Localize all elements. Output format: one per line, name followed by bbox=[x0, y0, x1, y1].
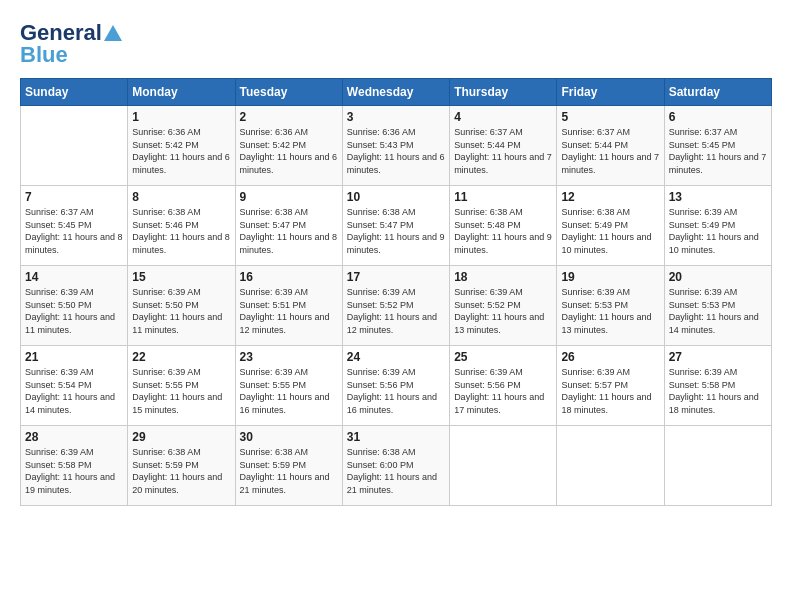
day-info: Sunrise: 6:39 AMSunset: 5:54 PMDaylight:… bbox=[25, 366, 123, 416]
svg-marker-0 bbox=[104, 25, 122, 41]
day-number: 17 bbox=[347, 270, 445, 284]
calendar-week-3: 14Sunrise: 6:39 AMSunset: 5:50 PMDayligh… bbox=[21, 266, 772, 346]
day-number: 22 bbox=[132, 350, 230, 364]
calendar-week-4: 21Sunrise: 6:39 AMSunset: 5:54 PMDayligh… bbox=[21, 346, 772, 426]
day-info: Sunrise: 6:39 AMSunset: 5:51 PMDaylight:… bbox=[240, 286, 338, 336]
day-info: Sunrise: 6:36 AMSunset: 5:42 PMDaylight:… bbox=[240, 126, 338, 176]
day-info: Sunrise: 6:39 AMSunset: 5:55 PMDaylight:… bbox=[240, 366, 338, 416]
day-info: Sunrise: 6:39 AMSunset: 5:49 PMDaylight:… bbox=[669, 206, 767, 256]
day-number: 19 bbox=[561, 270, 659, 284]
day-info: Sunrise: 6:39 AMSunset: 5:53 PMDaylight:… bbox=[561, 286, 659, 336]
calendar-cell: 21Sunrise: 6:39 AMSunset: 5:54 PMDayligh… bbox=[21, 346, 128, 426]
day-number: 11 bbox=[454, 190, 552, 204]
header-day-friday: Friday bbox=[557, 79, 664, 106]
calendar-header-row: SundayMondayTuesdayWednesdayThursdayFrid… bbox=[21, 79, 772, 106]
day-number: 30 bbox=[240, 430, 338, 444]
logo-blue: Blue bbox=[20, 42, 68, 68]
day-info: Sunrise: 6:39 AMSunset: 5:58 PMDaylight:… bbox=[25, 446, 123, 496]
calendar-cell bbox=[557, 426, 664, 506]
day-info: Sunrise: 6:38 AMSunset: 5:47 PMDaylight:… bbox=[347, 206, 445, 256]
day-info: Sunrise: 6:38 AMSunset: 5:47 PMDaylight:… bbox=[240, 206, 338, 256]
day-number: 29 bbox=[132, 430, 230, 444]
header-day-thursday: Thursday bbox=[450, 79, 557, 106]
day-info: Sunrise: 6:38 AMSunset: 5:59 PMDaylight:… bbox=[132, 446, 230, 496]
day-number: 15 bbox=[132, 270, 230, 284]
day-number: 24 bbox=[347, 350, 445, 364]
day-number: 10 bbox=[347, 190, 445, 204]
day-number: 14 bbox=[25, 270, 123, 284]
day-number: 23 bbox=[240, 350, 338, 364]
day-info: Sunrise: 6:39 AMSunset: 5:52 PMDaylight:… bbox=[347, 286, 445, 336]
calendar-cell: 31Sunrise: 6:38 AMSunset: 6:00 PMDayligh… bbox=[342, 426, 449, 506]
calendar-cell: 17Sunrise: 6:39 AMSunset: 5:52 PMDayligh… bbox=[342, 266, 449, 346]
calendar-cell: 22Sunrise: 6:39 AMSunset: 5:55 PMDayligh… bbox=[128, 346, 235, 426]
day-number: 4 bbox=[454, 110, 552, 124]
day-number: 1 bbox=[132, 110, 230, 124]
calendar-cell: 24Sunrise: 6:39 AMSunset: 5:56 PMDayligh… bbox=[342, 346, 449, 426]
calendar-week-2: 7Sunrise: 6:37 AMSunset: 5:45 PMDaylight… bbox=[21, 186, 772, 266]
page: General Blue SundayMondayTuesdayWednesda… bbox=[0, 0, 792, 516]
day-info: Sunrise: 6:38 AMSunset: 5:59 PMDaylight:… bbox=[240, 446, 338, 496]
day-info: Sunrise: 6:39 AMSunset: 5:50 PMDaylight:… bbox=[25, 286, 123, 336]
calendar-cell: 18Sunrise: 6:39 AMSunset: 5:52 PMDayligh… bbox=[450, 266, 557, 346]
day-number: 18 bbox=[454, 270, 552, 284]
day-number: 3 bbox=[347, 110, 445, 124]
calendar-cell: 29Sunrise: 6:38 AMSunset: 5:59 PMDayligh… bbox=[128, 426, 235, 506]
day-info: Sunrise: 6:36 AMSunset: 5:43 PMDaylight:… bbox=[347, 126, 445, 176]
calendar-cell bbox=[21, 106, 128, 186]
logo: General Blue bbox=[20, 20, 122, 68]
day-number: 9 bbox=[240, 190, 338, 204]
day-info: Sunrise: 6:36 AMSunset: 5:42 PMDaylight:… bbox=[132, 126, 230, 176]
day-info: Sunrise: 6:37 AMSunset: 5:44 PMDaylight:… bbox=[561, 126, 659, 176]
day-info: Sunrise: 6:37 AMSunset: 5:45 PMDaylight:… bbox=[669, 126, 767, 176]
day-number: 28 bbox=[25, 430, 123, 444]
day-number: 20 bbox=[669, 270, 767, 284]
day-number: 13 bbox=[669, 190, 767, 204]
calendar-cell: 6Sunrise: 6:37 AMSunset: 5:45 PMDaylight… bbox=[664, 106, 771, 186]
calendar-cell: 9Sunrise: 6:38 AMSunset: 5:47 PMDaylight… bbox=[235, 186, 342, 266]
day-number: 2 bbox=[240, 110, 338, 124]
calendar-cell: 4Sunrise: 6:37 AMSunset: 5:44 PMDaylight… bbox=[450, 106, 557, 186]
calendar-cell: 12Sunrise: 6:38 AMSunset: 5:49 PMDayligh… bbox=[557, 186, 664, 266]
calendar-cell: 28Sunrise: 6:39 AMSunset: 5:58 PMDayligh… bbox=[21, 426, 128, 506]
header-day-tuesday: Tuesday bbox=[235, 79, 342, 106]
day-info: Sunrise: 6:37 AMSunset: 5:45 PMDaylight:… bbox=[25, 206, 123, 256]
calendar-week-1: 1Sunrise: 6:36 AMSunset: 5:42 PMDaylight… bbox=[21, 106, 772, 186]
day-number: 5 bbox=[561, 110, 659, 124]
header: General Blue bbox=[20, 20, 772, 68]
calendar-cell: 30Sunrise: 6:38 AMSunset: 5:59 PMDayligh… bbox=[235, 426, 342, 506]
day-info: Sunrise: 6:39 AMSunset: 5:53 PMDaylight:… bbox=[669, 286, 767, 336]
calendar-cell: 8Sunrise: 6:38 AMSunset: 5:46 PMDaylight… bbox=[128, 186, 235, 266]
day-info: Sunrise: 6:37 AMSunset: 5:44 PMDaylight:… bbox=[454, 126, 552, 176]
calendar-cell: 27Sunrise: 6:39 AMSunset: 5:58 PMDayligh… bbox=[664, 346, 771, 426]
day-number: 27 bbox=[669, 350, 767, 364]
calendar-cell: 13Sunrise: 6:39 AMSunset: 5:49 PMDayligh… bbox=[664, 186, 771, 266]
calendar-cell: 20Sunrise: 6:39 AMSunset: 5:53 PMDayligh… bbox=[664, 266, 771, 346]
day-info: Sunrise: 6:38 AMSunset: 5:48 PMDaylight:… bbox=[454, 206, 552, 256]
calendar-cell: 10Sunrise: 6:38 AMSunset: 5:47 PMDayligh… bbox=[342, 186, 449, 266]
day-info: Sunrise: 6:38 AMSunset: 5:46 PMDaylight:… bbox=[132, 206, 230, 256]
calendar-cell: 5Sunrise: 6:37 AMSunset: 5:44 PMDaylight… bbox=[557, 106, 664, 186]
day-info: Sunrise: 6:39 AMSunset: 5:55 PMDaylight:… bbox=[132, 366, 230, 416]
calendar-cell: 23Sunrise: 6:39 AMSunset: 5:55 PMDayligh… bbox=[235, 346, 342, 426]
day-number: 21 bbox=[25, 350, 123, 364]
calendar-cell: 15Sunrise: 6:39 AMSunset: 5:50 PMDayligh… bbox=[128, 266, 235, 346]
day-number: 26 bbox=[561, 350, 659, 364]
day-number: 16 bbox=[240, 270, 338, 284]
day-info: Sunrise: 6:39 AMSunset: 5:50 PMDaylight:… bbox=[132, 286, 230, 336]
calendar-cell: 19Sunrise: 6:39 AMSunset: 5:53 PMDayligh… bbox=[557, 266, 664, 346]
day-info: Sunrise: 6:39 AMSunset: 5:57 PMDaylight:… bbox=[561, 366, 659, 416]
day-number: 8 bbox=[132, 190, 230, 204]
day-info: Sunrise: 6:39 AMSunset: 5:56 PMDaylight:… bbox=[347, 366, 445, 416]
day-info: Sunrise: 6:38 AMSunset: 5:49 PMDaylight:… bbox=[561, 206, 659, 256]
day-number: 25 bbox=[454, 350, 552, 364]
calendar-cell: 25Sunrise: 6:39 AMSunset: 5:56 PMDayligh… bbox=[450, 346, 557, 426]
calendar-cell: 3Sunrise: 6:36 AMSunset: 5:43 PMDaylight… bbox=[342, 106, 449, 186]
header-day-sunday: Sunday bbox=[21, 79, 128, 106]
logo-icon bbox=[104, 24, 122, 42]
calendar-table: SundayMondayTuesdayWednesdayThursdayFrid… bbox=[20, 78, 772, 506]
calendar-cell: 16Sunrise: 6:39 AMSunset: 5:51 PMDayligh… bbox=[235, 266, 342, 346]
calendar-cell: 1Sunrise: 6:36 AMSunset: 5:42 PMDaylight… bbox=[128, 106, 235, 186]
calendar-week-5: 28Sunrise: 6:39 AMSunset: 5:58 PMDayligh… bbox=[21, 426, 772, 506]
calendar-cell: 11Sunrise: 6:38 AMSunset: 5:48 PMDayligh… bbox=[450, 186, 557, 266]
